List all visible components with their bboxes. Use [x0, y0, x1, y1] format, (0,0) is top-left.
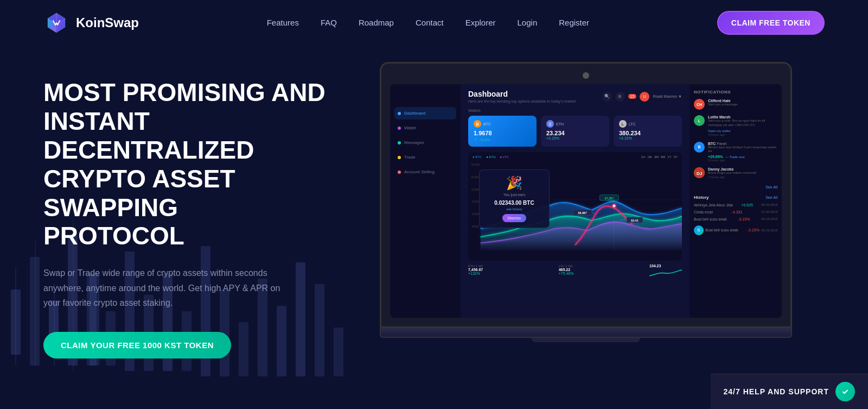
avatar-icon[interactable]: U	[640, 92, 649, 102]
history-row-3: Buai beli susu anak -3.23% 08.29.2018	[694, 217, 777, 221]
notif-name-1: Clifford Hale	[708, 99, 777, 103]
modal-amount: 0.02343.00 BTC	[485, 200, 544, 206]
sidebar-item-wallet[interactable]: Wallet	[394, 122, 456, 134]
svg-text:DJ: DJ	[697, 171, 702, 176]
nav-contact[interactable]: Contact	[416, 18, 444, 27]
sidebar-item-messages[interactable]: Messages	[394, 136, 456, 149]
nav-features[interactable]: Features	[267, 18, 299, 27]
notif-name-3: BTC Panel	[708, 142, 726, 146]
laptop-body: Dashboard Wallet Messages	[380, 62, 792, 328]
history-section: History See All Akhniya Jela Atsur Jilar…	[694, 195, 777, 235]
notif-avatar-ch: CH	[694, 99, 705, 110]
hero-cta-button[interactable]: CLAIM YOUR FREE 1000 KST TOKEN	[43, 332, 231, 358]
earn-modal: 🎉 You just earn 0.02343.00 BTC see histo…	[479, 169, 550, 228]
history-change-2: -4.331	[732, 210, 743, 214]
help-support-icon[interactable]	[835, 382, 855, 401]
notif-actions-3: +29.69% — Trade now	[708, 155, 777, 159]
sidebar-dot	[398, 141, 401, 144]
nav-links: Features FAQ Roadmap Contact Explorer Lo…	[267, 18, 589, 28]
notif-name-2: Lottie Marsh	[708, 115, 777, 119]
ltc-amount: 380.234	[619, 130, 676, 136]
bottom-values-row: ETH 1 XD 7,456.67 +132% LTC 1 XD 465.22 …	[468, 264, 682, 279]
wallet-card-btc: B BTC 1.9678 ↗ +0.8%	[468, 116, 537, 147]
legend-ltc: ● LTC	[500, 155, 509, 159]
see-all-link[interactable]: See All	[765, 185, 777, 189]
logo[interactable]: KoinSwap	[43, 10, 139, 36]
eth-bottom: ETH 1 XD 7,456.67 +132%	[468, 264, 483, 279]
chart-area: ● BTC ● ETH ● LTC 1H 1M 3M 6M	[468, 152, 682, 261]
bottom-user: Buai beli susu anak	[705, 228, 738, 232]
dash-header-left: Dashboard Here are the top trending top …	[468, 90, 576, 103]
ltc-bottom-val: 465.22	[559, 268, 574, 272]
history-date-2: 12.30.2018	[761, 210, 777, 214]
sidebar-item-dashboard[interactable]: Dashboard	[394, 107, 456, 119]
dash-header: Dashboard Here are the top trending top …	[468, 90, 682, 103]
history-change-3: -3.23%	[738, 217, 750, 221]
nav-roadmap[interactable]: Roadmap	[359, 18, 394, 27]
ltc-bottom: LTC 1 XD 465.22 +75.46%	[559, 264, 574, 279]
help-support-text: 24/7 HELP AND SUPPORT	[724, 387, 829, 396]
notif-msg-3: Bitcoin tayo woo thinkyit 0 pon kona bat…	[708, 146, 777, 154]
svg-point-51	[840, 387, 850, 397]
trade-now-link[interactable]: — Trade now	[725, 155, 745, 159]
laptop-base	[380, 328, 792, 338]
notif-more-3: ···	[775, 142, 777, 146]
wallets-label: Wallets	[468, 109, 682, 112]
history-row-1: Akhniya Jela Atsur Jilar +0.625 08.30.20…	[694, 203, 777, 207]
other-bottom-val: 104.23	[649, 264, 682, 268]
nav-faq[interactable]: FAQ	[321, 18, 337, 27]
ltc-label: LTC	[629, 122, 636, 126]
chart-legend: ● BTC ● ETH ● LTC 1H 1M 3M 6M	[468, 152, 682, 162]
history-change-1: +0.625	[741, 203, 753, 207]
notif-content-3: BTC Panel ··· Bitcoin tayo woo thinkyit …	[708, 142, 777, 162]
sidebar-dot	[398, 112, 401, 115]
notification-badge[interactable]: 15	[628, 94, 637, 99]
notif-content-2: Lottie Marsh Sent you a coin. Bro sa ngy…	[708, 115, 777, 136]
help-support-bar[interactable]: 24/7 HELP AND SUPPORT	[711, 374, 869, 409]
history-name-2: Cintia mobi	[694, 210, 713, 214]
history-date-3: 08.29.2018	[761, 217, 777, 221]
modal-emoji: 🎉	[485, 175, 544, 191]
nav-explorer[interactable]: Explorer	[465, 18, 496, 27]
notif-avatar-lm: L	[694, 115, 705, 126]
search-icon[interactable]: 🔍	[602, 92, 612, 102]
wallet-card-ltc: L LTC 380.234 +3.23%	[614, 116, 682, 147]
laptop-stand	[532, 338, 640, 342]
eth-label: ETH	[556, 122, 564, 126]
dash-controls: 🔍 ⊞ 15 U Roald Maximo ▼	[602, 92, 682, 102]
notification-item-3: B BTC Panel ··· Bitcoin tayo woo thinkyi…	[694, 142, 777, 162]
hero-subtitle: Swap or Trade wide range of crypto asset…	[43, 266, 282, 310]
nav-login[interactable]: Login	[518, 18, 538, 27]
notif-time-4: 2 hours ago	[708, 175, 777, 179]
notif-link-2[interactable]: Open my wallet	[708, 129, 730, 133]
nav-register[interactable]: Register	[559, 18, 589, 27]
history-label: History	[694, 195, 709, 200]
claim-free-token-button[interactable]: CLAIM FREE TOKEN	[717, 11, 825, 35]
btc-trend: ↗	[474, 137, 477, 142]
eth-bottom-val: 7,456.67	[468, 268, 483, 272]
legend-btc: ● BTC	[473, 155, 482, 159]
dash-sidebar: Dashboard Wallet Messages	[390, 84, 461, 318]
notif-time-3: 3 hours ago	[708, 159, 777, 162]
svg-text:$7,357: $7,357	[605, 197, 614, 200]
notification-item-1: CH Clifford Hale Sent you a message	[694, 99, 777, 110]
notif-avatar-btc: B	[694, 142, 705, 153]
modal-dismiss-button[interactable]: Dismiss	[502, 214, 527, 222]
notif-content-4: Danny Jacobs Breck origin yue maken mine…	[708, 167, 777, 179]
history-see-all[interactable]: See All	[765, 196, 777, 199]
notif-msg-1: Sent you a message	[708, 103, 777, 107]
notif-msg-4: Breck origin yue maken minecraft	[708, 171, 777, 175]
user-menu[interactable]: Roald Maximo ▼	[653, 95, 682, 98]
grid-icon[interactable]: ⊞	[615, 92, 625, 102]
other-bottom: 104.23	[649, 264, 682, 279]
history-header: History See All	[694, 195, 777, 200]
dashboard-ui: Dashboard Wallet Messages	[390, 84, 782, 318]
laptop-mockup: Dashboard Wallet Messages	[347, 62, 825, 342]
btc-change: +0.8%	[479, 138, 490, 142]
sidebar-item-account-setting[interactable]: Account Setting	[394, 166, 456, 178]
laptop-screen: Dashboard Wallet Messages	[390, 84, 782, 318]
notif-header-3: BTC Panel ···	[708, 142, 777, 146]
history-name-1: Akhniya Jela Atsur Jilar	[694, 203, 733, 207]
modal-history-link[interactable]: see history	[485, 207, 544, 211]
sidebar-item-trade[interactable]: Trade	[394, 151, 456, 163]
